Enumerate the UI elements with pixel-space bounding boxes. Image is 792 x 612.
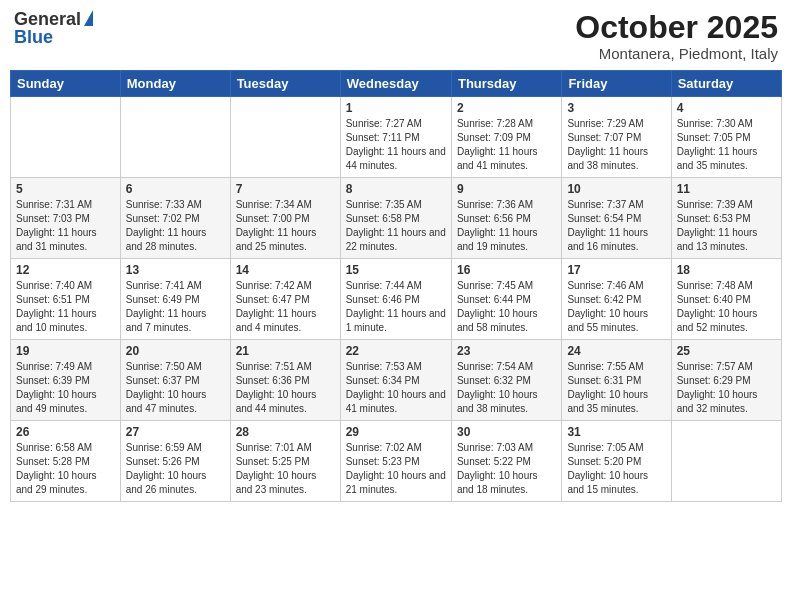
week-row-1: 1Sunrise: 7:27 AMSunset: 7:11 PMDaylight… [11, 97, 782, 178]
day-number: 14 [236, 263, 335, 277]
calendar-cell: 25Sunrise: 7:57 AMSunset: 6:29 PMDayligh… [671, 340, 781, 421]
day-info: Sunrise: 7:30 AMSunset: 7:05 PMDaylight:… [677, 117, 776, 173]
day-number: 6 [126, 182, 225, 196]
day-number: 21 [236, 344, 335, 358]
day-number: 25 [677, 344, 776, 358]
day-info: Sunrise: 7:53 AMSunset: 6:34 PMDaylight:… [346, 360, 446, 416]
week-row-5: 26Sunrise: 6:58 AMSunset: 5:28 PMDayligh… [11, 421, 782, 502]
day-number: 13 [126, 263, 225, 277]
calendar-cell: 15Sunrise: 7:44 AMSunset: 6:46 PMDayligh… [340, 259, 451, 340]
calendar-cell: 28Sunrise: 7:01 AMSunset: 5:25 PMDayligh… [230, 421, 340, 502]
day-info: Sunrise: 7:49 AMSunset: 6:39 PMDaylight:… [16, 360, 115, 416]
day-info: Sunrise: 7:45 AMSunset: 6:44 PMDaylight:… [457, 279, 556, 335]
day-info: Sunrise: 7:36 AMSunset: 6:56 PMDaylight:… [457, 198, 556, 254]
calendar-cell: 23Sunrise: 7:54 AMSunset: 6:32 PMDayligh… [451, 340, 561, 421]
week-row-3: 12Sunrise: 7:40 AMSunset: 6:51 PMDayligh… [11, 259, 782, 340]
day-info: Sunrise: 6:59 AMSunset: 5:26 PMDaylight:… [126, 441, 225, 497]
day-info: Sunrise: 6:58 AMSunset: 5:28 PMDaylight:… [16, 441, 115, 497]
calendar-cell: 16Sunrise: 7:45 AMSunset: 6:44 PMDayligh… [451, 259, 561, 340]
weekday-header-saturday: Saturday [671, 71, 781, 97]
day-info: Sunrise: 7:03 AMSunset: 5:22 PMDaylight:… [457, 441, 556, 497]
logo-general-text: General [14, 10, 81, 28]
day-number: 10 [567, 182, 665, 196]
calendar-cell [671, 421, 781, 502]
calendar-cell: 7Sunrise: 7:34 AMSunset: 7:00 PMDaylight… [230, 178, 340, 259]
day-info: Sunrise: 7:41 AMSunset: 6:49 PMDaylight:… [126, 279, 225, 335]
day-info: Sunrise: 7:48 AMSunset: 6:40 PMDaylight:… [677, 279, 776, 335]
calendar-cell: 5Sunrise: 7:31 AMSunset: 7:03 PMDaylight… [11, 178, 121, 259]
weekday-header-tuesday: Tuesday [230, 71, 340, 97]
day-info: Sunrise: 7:39 AMSunset: 6:53 PMDaylight:… [677, 198, 776, 254]
location-text: Montanera, Piedmont, Italy [575, 45, 778, 62]
day-info: Sunrise: 7:57 AMSunset: 6:29 PMDaylight:… [677, 360, 776, 416]
day-number: 27 [126, 425, 225, 439]
day-number: 2 [457, 101, 556, 115]
day-number: 30 [457, 425, 556, 439]
day-number: 7 [236, 182, 335, 196]
day-info: Sunrise: 7:05 AMSunset: 5:20 PMDaylight:… [567, 441, 665, 497]
day-number: 17 [567, 263, 665, 277]
weekday-header-sunday: Sunday [11, 71, 121, 97]
day-info: Sunrise: 7:51 AMSunset: 6:36 PMDaylight:… [236, 360, 335, 416]
day-number: 20 [126, 344, 225, 358]
day-info: Sunrise: 7:35 AMSunset: 6:58 PMDaylight:… [346, 198, 446, 254]
day-info: Sunrise: 7:01 AMSunset: 5:25 PMDaylight:… [236, 441, 335, 497]
day-number: 31 [567, 425, 665, 439]
calendar-cell: 12Sunrise: 7:40 AMSunset: 6:51 PMDayligh… [11, 259, 121, 340]
weekday-header-friday: Friday [562, 71, 671, 97]
calendar-cell: 30Sunrise: 7:03 AMSunset: 5:22 PMDayligh… [451, 421, 561, 502]
day-number: 19 [16, 344, 115, 358]
day-info: Sunrise: 7:42 AMSunset: 6:47 PMDaylight:… [236, 279, 335, 335]
day-number: 8 [346, 182, 446, 196]
calendar-cell [120, 97, 230, 178]
day-info: Sunrise: 7:54 AMSunset: 6:32 PMDaylight:… [457, 360, 556, 416]
day-info: Sunrise: 7:44 AMSunset: 6:46 PMDaylight:… [346, 279, 446, 335]
calendar-cell: 24Sunrise: 7:55 AMSunset: 6:31 PMDayligh… [562, 340, 671, 421]
day-number: 28 [236, 425, 335, 439]
day-info: Sunrise: 7:50 AMSunset: 6:37 PMDaylight:… [126, 360, 225, 416]
day-number: 15 [346, 263, 446, 277]
day-info: Sunrise: 7:55 AMSunset: 6:31 PMDaylight:… [567, 360, 665, 416]
day-info: Sunrise: 7:37 AMSunset: 6:54 PMDaylight:… [567, 198, 665, 254]
logo: General Blue [14, 10, 93, 46]
day-info: Sunrise: 7:31 AMSunset: 7:03 PMDaylight:… [16, 198, 115, 254]
title-section: October 2025 Montanera, Piedmont, Italy [575, 10, 778, 62]
day-number: 12 [16, 263, 115, 277]
day-info: Sunrise: 7:46 AMSunset: 6:42 PMDaylight:… [567, 279, 665, 335]
calendar-cell: 31Sunrise: 7:05 AMSunset: 5:20 PMDayligh… [562, 421, 671, 502]
weekday-header-wednesday: Wednesday [340, 71, 451, 97]
month-year-title: October 2025 [575, 10, 778, 45]
day-number: 5 [16, 182, 115, 196]
calendar-cell [230, 97, 340, 178]
calendar-cell: 29Sunrise: 7:02 AMSunset: 5:23 PMDayligh… [340, 421, 451, 502]
day-info: Sunrise: 7:27 AMSunset: 7:11 PMDaylight:… [346, 117, 446, 173]
calendar-cell: 3Sunrise: 7:29 AMSunset: 7:07 PMDaylight… [562, 97, 671, 178]
calendar-cell [11, 97, 121, 178]
calendar-cell: 6Sunrise: 7:33 AMSunset: 7:02 PMDaylight… [120, 178, 230, 259]
day-number: 24 [567, 344, 665, 358]
day-info: Sunrise: 7:40 AMSunset: 6:51 PMDaylight:… [16, 279, 115, 335]
day-number: 16 [457, 263, 556, 277]
calendar-cell: 27Sunrise: 6:59 AMSunset: 5:26 PMDayligh… [120, 421, 230, 502]
day-number: 9 [457, 182, 556, 196]
day-info: Sunrise: 7:29 AMSunset: 7:07 PMDaylight:… [567, 117, 665, 173]
day-number: 18 [677, 263, 776, 277]
calendar-cell: 13Sunrise: 7:41 AMSunset: 6:49 PMDayligh… [120, 259, 230, 340]
calendar-cell: 21Sunrise: 7:51 AMSunset: 6:36 PMDayligh… [230, 340, 340, 421]
calendar-cell: 18Sunrise: 7:48 AMSunset: 6:40 PMDayligh… [671, 259, 781, 340]
logo-triangle-icon [84, 10, 93, 26]
calendar-cell: 10Sunrise: 7:37 AMSunset: 6:54 PMDayligh… [562, 178, 671, 259]
day-number: 26 [16, 425, 115, 439]
weekday-header-row: SundayMondayTuesdayWednesdayThursdayFrid… [11, 71, 782, 97]
calendar-cell: 1Sunrise: 7:27 AMSunset: 7:11 PMDaylight… [340, 97, 451, 178]
header: General Blue October 2025 Montanera, Pie… [10, 10, 782, 62]
calendar-cell: 2Sunrise: 7:28 AMSunset: 7:09 PMDaylight… [451, 97, 561, 178]
calendar-cell: 19Sunrise: 7:49 AMSunset: 6:39 PMDayligh… [11, 340, 121, 421]
calendar-cell: 9Sunrise: 7:36 AMSunset: 6:56 PMDaylight… [451, 178, 561, 259]
calendar-cell: 11Sunrise: 7:39 AMSunset: 6:53 PMDayligh… [671, 178, 781, 259]
day-number: 1 [346, 101, 446, 115]
calendar-cell: 20Sunrise: 7:50 AMSunset: 6:37 PMDayligh… [120, 340, 230, 421]
day-number: 29 [346, 425, 446, 439]
day-number: 23 [457, 344, 556, 358]
day-info: Sunrise: 7:02 AMSunset: 5:23 PMDaylight:… [346, 441, 446, 497]
